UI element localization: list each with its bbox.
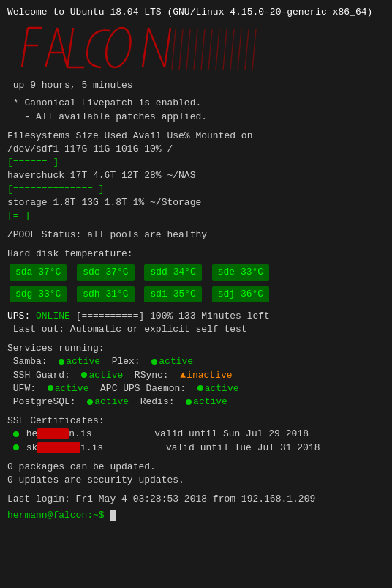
disk-badge-sde: sde 33°C: [212, 264, 269, 280]
svg-line-21: [238, 29, 241, 70]
fs-bar3: [= ]: [7, 209, 385, 223]
livepatch-section: * Canonical Livepatch is enabled. - All …: [7, 97, 385, 123]
svg-line-11: [165, 28, 170, 67]
disk-badge-sdh: sdh 31°C: [77, 286, 134, 302]
filesystem-section: Filesystems Size Used Avail Use% Mounted…: [7, 130, 385, 223]
svg-line-10: [148, 28, 165, 67]
livepatch-line1: * Canonical Livepatch is enabled.: [7, 97, 385, 110]
fs-row3: storage 1.8T 13G 1.8T 1% ~/Storage: [7, 196, 385, 209]
disk-row-1: sda 37°C sdc 37°C sdd 34°C sde 33°C: [7, 263, 385, 282]
svg-line-14: [186, 29, 190, 70]
packages-line1: 0 packages can be updated.: [7, 461, 385, 474]
disk-badge-sdd: sdd 34°C: [144, 264, 201, 280]
cert2-domain-suffix: i.is: [80, 442, 103, 453]
services-row3: UFW: active APC UPS Daemon: active: [7, 382, 385, 395]
redis-status: active: [193, 396, 227, 407]
logo-container: [15, 22, 385, 73]
services-row2: SSH Guard: active RSync: ▲inactive: [7, 369, 385, 382]
svg-line-12: [172, 29, 176, 70]
cert1-domain-redacted: xxxxx: [37, 428, 69, 439]
fs-header: Filesystems Size Used Avail Use% Mounted…: [7, 130, 385, 143]
services-row1: Samba: active Plex: active: [7, 355, 385, 368]
sshguard-status: active: [88, 370, 123, 381]
ufw-label: UFW:: [13, 383, 36, 394]
uptime-line: up 9 hours, 5 minutes: [7, 79, 385, 92]
disk-badge-sdc: sdc 37°C: [77, 264, 134, 280]
cert1-domain-suffix: n.is: [69, 428, 91, 439]
disk-badge-sda: sda 37°C: [10, 264, 67, 280]
livepatch-line2: - All available patches applied.: [7, 111, 385, 124]
packages-section: 0 packages can be updated. 0 updates are…: [7, 461, 385, 487]
svg-line-9: [143, 28, 148, 67]
last-login: Last login: Fri May 4 03:28:53 2018 from…: [7, 493, 385, 506]
apc-dot: [197, 385, 203, 391]
packages-line2: 0 updates are security updates.: [7, 474, 385, 487]
apc-status: active: [205, 383, 239, 394]
svg-line-6: [67, 28, 73, 67]
ssl-label: SSL Certificates:: [7, 414, 385, 428]
rsync-status: inactive: [186, 370, 232, 381]
zpool-status: ZPOOL Status: all pools are healthy: [7, 228, 385, 242]
samba-status: active: [66, 356, 100, 367]
fs-bar1: [====== ]: [7, 156, 385, 169]
cert2-dot: [13, 444, 19, 450]
apc-label: APC UPS Daemon:: [100, 383, 186, 394]
svg-point-8: [103, 28, 134, 67]
prompt-text: hermann@falcon:~$: [7, 510, 105, 521]
fs-bar2: [============== ]: [7, 183, 385, 196]
cert2-valid: valid until Tue Jul 31 2018: [166, 442, 320, 453]
hdd-temp-label: Hard disk temperature:: [7, 248, 385, 261]
postgresql-status: active: [94, 396, 129, 407]
sshguard-dot: [81, 372, 87, 378]
fs-row2: haverchuck 17T 4.6T 12T 28% ~/NAS: [7, 169, 385, 182]
sshguard-label: SSH Guard:: [13, 370, 70, 381]
samba-dot: [59, 359, 64, 365]
disk-row-2: sdg 33°C sdh 31°C sdi 35°C sdj 36°C: [7, 285, 385, 304]
falcon-logo: [15, 22, 263, 73]
disk-badge-sdg: sdg 33°C: [10, 286, 67, 302]
ssl-section: SSL Certificates: hexxxxxn.is valid unti…: [7, 414, 385, 455]
ufw-status: active: [55, 383, 89, 394]
disk-badge-sdj: sdj 36°C: [212, 286, 269, 302]
cert1-dot: [13, 431, 19, 437]
cursor: [110, 510, 116, 521]
svg-line-16: [201, 29, 205, 70]
svg-line-3: [45, 28, 57, 67]
postgresql-dot: [87, 399, 93, 405]
ups-section: UPS: ONLINE [==========] 100% 133 Minute…: [7, 310, 385, 336]
cert-row2: skxxxxxxxi.is valid until Tue Jul 31 201…: [7, 442, 385, 455]
redis-label: Redis:: [140, 396, 175, 407]
svg-line-19: [223, 29, 227, 70]
svg-line-20: [230, 29, 234, 70]
rsync-label: RSync:: [135, 370, 169, 381]
samba-label: Samba:: [13, 356, 48, 367]
hdd-temp-section: Hard disk temperature: sda 37°C sdc 37°C…: [7, 248, 385, 304]
cert1-domain-prefix: he: [26, 428, 38, 439]
svg-line-13: [179, 29, 183, 70]
svg-line-4: [57, 28, 67, 67]
svg-line-15: [194, 29, 197, 70]
svg-line-0: [22, 28, 28, 67]
cert1-valid: valid until Sun Jul 29 2018: [154, 428, 309, 439]
ups-line: UPS: ONLINE [==========] 100% 133 Minute…: [7, 310, 385, 323]
cert-row1: hexxxxxn.is valid until Sun Jul 29 2018: [7, 428, 385, 441]
rsync-warning: ▲: [180, 370, 186, 381]
cert2-domain-prefix: sk: [26, 442, 38, 453]
ups-lastout: Last out: Automatic or explicit self tes…: [7, 323, 385, 336]
plex-label: Plex:: [112, 356, 140, 367]
plex-status: active: [159, 356, 193, 367]
services-label: Services running:: [7, 342, 385, 355]
svg-line-17: [208, 29, 212, 70]
welcome-line: Welcome to Ubuntu 18.04 LTS (GNU/Linux 4…: [7, 6, 385, 19]
plex-dot: [151, 359, 157, 365]
postgresql-label: PostgreSQL:: [13, 396, 76, 407]
fs-row1: /dev/sdf1 117G 11G 101G 10% /: [7, 143, 385, 156]
ufw-dot: [48, 385, 53, 391]
services-row4: PostgreSQL: active Redis: active: [7, 395, 385, 409]
redis-dot: [186, 399, 192, 405]
prompt-line: hermann@falcon:~$: [7, 509, 385, 522]
disk-badge-sdi: sdi 35°C: [144, 286, 201, 302]
svg-line-22: [245, 29, 249, 70]
terminal-window: Welcome to Ubuntu 18.04 LTS (GNU/Linux 4…: [7, 6, 385, 522]
svg-line-23: [252, 29, 256, 70]
